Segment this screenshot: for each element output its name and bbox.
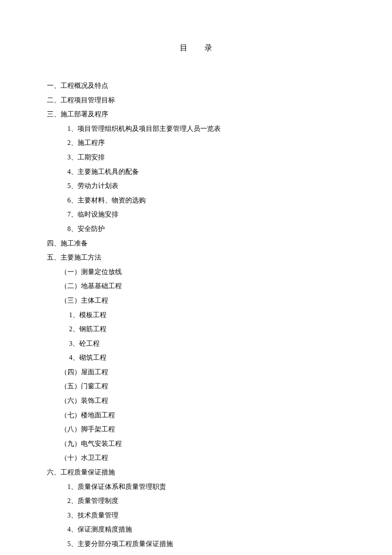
toc-item: 8、安全防护 [67,222,345,236]
toc-item: 四、施工准备 [47,236,345,251]
toc-item: （八）脚手架工程 [61,422,345,436]
toc-item: 3、工期安排 [67,150,345,165]
toc-item: （一）测量定位放线 [61,265,345,279]
toc-item: 1、模板工程 [69,308,345,322]
toc-item: （七）楼地面工程 [61,408,345,422]
toc-item: 1、项目管理组织机构及项目部主要管理人员一览表 [67,121,345,136]
toc-item: （十）水卫工程 [61,451,345,465]
toc-item: 3、技术质量管理 [67,508,345,523]
toc-item: （四）屋面工程 [61,365,345,379]
toc-item: （五）门窗工程 [61,379,345,393]
toc-item: 六、工程质量保证措施 [47,465,345,480]
toc-item: 一、工程概况及特点 [47,78,345,93]
document-page: 目录 一、工程概况及特点 二、工程项目管理目标 三、施工部署及程序 1、项目管理… [0,0,392,555]
toc-item: （二）地基基础工程 [61,279,345,293]
toc-item: 2、施工程序 [67,136,345,150]
toc-item: 三、施工部署及程序 [47,107,345,121]
toc-item: 2、质量管理制度 [67,494,345,508]
toc-item: 2、钢筋工程 [69,322,345,336]
toc-item: 1、质量保证体系和质量管理职责 [67,480,345,494]
toc-item: 二、工程项目管理目标 [47,93,345,107]
toc-item: 3、砼工程 [69,336,345,351]
toc-item: 五、主要施工方法 [47,250,345,265]
toc-item: 4、主要施工机具的配备 [67,165,345,179]
toc-item: 7、临时设施安排 [67,207,345,222]
toc-item: （三）主体工程 [61,293,345,308]
toc-item: 4、保证测度精度措施 [67,522,345,537]
table-of-contents: 一、工程概况及特点 二、工程项目管理目标 三、施工部署及程序 1、项目管理组织机… [47,78,345,551]
toc-item: 4、砌筑工程 [69,350,345,365]
toc-item: 5、主要分部分项工程质量保证措施 [67,537,345,551]
toc-item: 5、劳动力计划表 [67,179,345,193]
page-title: 目录 [47,43,345,53]
toc-item: （九）电气安装工程 [61,436,345,451]
toc-item: （六）装饰工程 [61,393,345,408]
toc-item: 6、主要材料、物资的选购 [67,193,345,208]
